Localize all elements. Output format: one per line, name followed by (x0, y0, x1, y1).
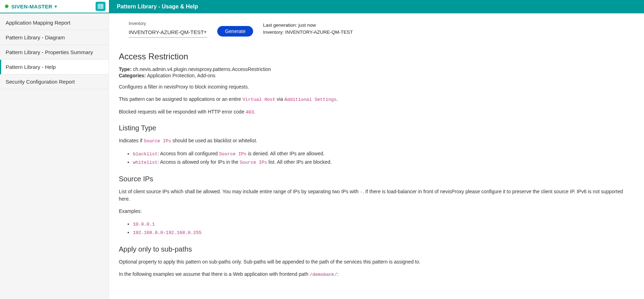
code-virtual-host: Virtual Host (243, 97, 276, 102)
caret-down-icon: ▾ (54, 4, 57, 9)
sidebar-item-security-config-report[interactable]: Security Configuration Report (0, 74, 109, 89)
code-source-ips: Source IPs (144, 138, 171, 144)
sidebar-item-application-mapping[interactable]: Application Mapping Report (0, 15, 109, 30)
controls-row: Inventory INVENTORY-AZURE-QM-TEST ▾ Gene… (129, 21, 634, 38)
inventory-block: Inventory INVENTORY-AZURE-QM-TEST ▾ (129, 21, 207, 38)
sidebar-item-pattern-help[interactable]: Pattern Library - Help (0, 60, 109, 74)
list-item: whitelist: Access is allowed only for IP… (133, 158, 634, 167)
code-demobank-path: /demobank/ (310, 272, 337, 277)
code-whitelist: whitelist (133, 160, 157, 165)
generation-status: Last generation: just now Inventory: INV… (263, 22, 353, 36)
list-item: 10.0.0.1 (133, 220, 634, 228)
generate-button[interactable]: Generate (217, 26, 253, 37)
project-selector[interactable]: SIVEN-MASTER ▾ (0, 0, 109, 13)
type-value: ch.nevis.admin.v4.plugin.nevisproxy.patt… (133, 66, 271, 72)
code-example-ip: 10.0.0.1 (133, 222, 155, 227)
table-grid-icon (98, 4, 103, 9)
code-source-ips: Source IPs (219, 151, 246, 157)
doc-paragraph: Optional property to apply this pattern … (119, 258, 634, 266)
examples-label: Examples: (119, 208, 634, 215)
project-name: SIVEN-MASTER (11, 4, 52, 9)
doc-categories-line: Categories: Application Protection, Add-… (119, 73, 634, 78)
inventory-select[interactable]: INVENTORY-AZURE-QM-TEST ▾ (129, 27, 207, 38)
sidebar: Application Mapping Report Pattern Libra… (0, 13, 109, 299)
status-last-generation: Last generation: just now (263, 22, 353, 29)
doc-paragraph: List of client source IPs which shall be… (119, 188, 634, 203)
status-dot-icon (5, 5, 8, 8)
code-additional-settings: Additional Settings (284, 97, 336, 102)
doc-type-line: Type: ch.nevis.admin.v4.plugin.nevisprox… (119, 66, 634, 72)
doc-paragraph: Configures a filter in nevisProxy to blo… (119, 83, 634, 91)
chevron-down-icon: ▾ (204, 29, 207, 35)
doc-paragraph: Blocked requests will be responded with … (119, 108, 634, 116)
doc-subheading-source-ips: Source IPs (119, 175, 634, 183)
code-blacklist: blacklist (133, 151, 157, 157)
page-title: Pattern Library - Usage & Help (109, 4, 198, 10)
doc-paragraph: In the following examples we assume that… (119, 271, 634, 278)
listing-type-list: blacklist: Access from all configured So… (133, 150, 634, 167)
categories-label: Categories: (119, 73, 146, 78)
inventory-value: INVENTORY-AZURE-QM-TEST (129, 29, 204, 35)
svg-rect-0 (98, 4, 103, 8)
doc-subheading-apply-subpaths: Apply only to sub-paths (119, 245, 634, 253)
code-403: 403 (246, 110, 254, 115)
list-item: 192.168.0.0-192.168.0.255 (133, 228, 634, 237)
doc-heading: Access Restriction (119, 52, 634, 61)
list-item: blacklist: Access from all configured So… (133, 150, 634, 158)
code-source-ips: Source IPs (240, 160, 267, 165)
examples-list: 10.0.0.1 192.168.0.0-192.168.0.255 (133, 220, 634, 237)
doc-subheading-listing-type: Listing Type (119, 124, 634, 132)
type-label: Type: (119, 66, 131, 72)
grid-view-button[interactable] (96, 2, 105, 11)
doc-content: Access Restriction Type: ch.nevis.admin.… (119, 52, 634, 278)
doc-paragraph: This pattern can be assigned to applicat… (119, 96, 634, 103)
status-inventory: Inventory: INVENTORY-AZURE-QM-TEST (263, 29, 353, 36)
code-example-ip-range: 192.168.0.0-192.168.0.255 (133, 230, 201, 235)
main-content: Inventory INVENTORY-AZURE-QM-TEST ▾ Gene… (109, 13, 644, 299)
sidebar-item-properties-summary[interactable]: Pattern Library - Properties Summary (0, 45, 109, 60)
inventory-label: Inventory (129, 21, 207, 26)
categories-value: Application Protection, Add-ons (147, 73, 215, 78)
topbar: SIVEN-MASTER ▾ Pattern Library - Usage &… (0, 0, 644, 13)
doc-paragraph: Indicates if Source IPs should be used a… (119, 137, 634, 145)
sidebar-item-pattern-diagram[interactable]: Pattern Library - Diagram (0, 30, 109, 45)
